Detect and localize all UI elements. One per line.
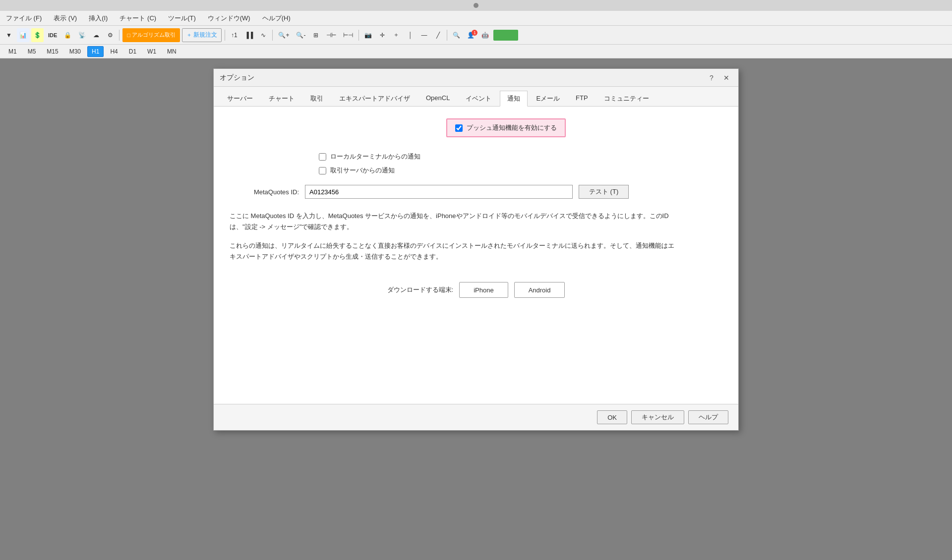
- tf-d1[interactable]: D1: [124, 46, 141, 57]
- push-enable-label[interactable]: プッシュ通知機能を有効にする: [467, 123, 557, 132]
- options-dialog: オプション ? ✕ サーバー チャート 取引 エキスパートアドバイザ OpenC…: [213, 68, 739, 431]
- tab-chart[interactable]: チャート: [261, 91, 302, 106]
- toolbar-zoom-in-btn[interactable]: 🔍+: [276, 28, 292, 42]
- tab-opencl[interactable]: OpenCL: [418, 91, 457, 106]
- dialog-tabs: サーバー チャート 取引 エキスパートアドバイザ OpenCL イベント 通知 …: [214, 87, 738, 107]
- toolbar-dollar-btn[interactable]: 💲: [31, 28, 44, 42]
- toolbar-up-arrow-btn[interactable]: ↑1: [228, 28, 240, 42]
- tf-h4[interactable]: H4: [106, 46, 122, 57]
- id-input[interactable]: [305, 185, 573, 199]
- toolbar-robot-btn[interactable]: 🤖: [479, 28, 491, 42]
- tf-m5[interactable]: M5: [23, 46, 41, 57]
- tab-community[interactable]: コミュニティー: [596, 91, 656, 106]
- tf-h1[interactable]: H1: [87, 46, 104, 57]
- toolbar-plus-btn[interactable]: ＋: [390, 28, 402, 42]
- download-label: ダウンロードする端末:: [387, 285, 454, 294]
- timeframe-bar: M1 M5 M15 M30 H1 H4 D1 W1 MN: [0, 45, 952, 58]
- test-button[interactable]: テスト (T): [579, 185, 629, 199]
- menu-chart[interactable]: チャート (C): [118, 13, 158, 24]
- title-dot: [474, 3, 478, 8]
- toolbar-dropdown-1[interactable]: ▼: [3, 28, 15, 42]
- iphone-btn[interactable]: iPhone: [459, 282, 508, 298]
- toolbar-period-sep-btn[interactable]: ⊣⊢: [324, 28, 339, 42]
- toolbar-settings-btn[interactable]: ⚙: [104, 28, 116, 42]
- tf-m15[interactable]: M15: [42, 46, 62, 57]
- download-row: ダウンロードする端末: iPhone Android: [230, 282, 722, 298]
- server-notify-label[interactable]: 取引サーバからの通知: [330, 166, 395, 175]
- toolbar-neworder-label: 新規注文: [193, 31, 217, 39]
- metaquotes-id-row: MetaQuotes ID: テスト (T): [230, 185, 722, 199]
- toolbar-bar-btn[interactable]: ▐▐: [242, 28, 255, 42]
- tf-mn[interactable]: MN: [163, 46, 181, 57]
- toolbar-period-sep2-btn[interactable]: ⊢⊣: [341, 28, 356, 42]
- tab-expert[interactable]: エキスパートアドバイザ: [332, 91, 417, 106]
- toolbar-zoom-out-btn[interactable]: 🔍-: [294, 28, 308, 42]
- toolbar-sep-4: [358, 30, 359, 41]
- ok-button[interactable]: OK: [597, 410, 627, 424]
- local-notify-item: ローカルターミナルからの通知: [319, 152, 722, 161]
- tab-ftp[interactable]: FTP: [568, 91, 595, 106]
- dialog-controls: ? ✕: [706, 72, 732, 84]
- toolbar: ▼ 📊 💲 IDE 🔒 📡 ☁ ⚙ □ アルゴリズム取引 ＋ 新規注文 ↑1 ▐…: [0, 26, 952, 45]
- desc-text-2: これらの通知は、リアルタイムに紛失することなく直接お客様のデバイスにインストール…: [230, 240, 676, 262]
- toolbar-search-btn[interactable]: 🔍: [450, 28, 463, 42]
- toolbar-ide-btn[interactable]: IDE: [46, 28, 60, 42]
- dialog-overlay: オプション ? ✕ サーバー チャート 取引 エキスパートアドバイザ OpenC…: [0, 58, 952, 560]
- main-area: オプション ? ✕ サーバー チャート 取引 エキスパートアドバイザ OpenC…: [0, 58, 952, 560]
- menu-tools[interactable]: ツール(T): [166, 13, 198, 24]
- local-notify-label[interactable]: ローカルターミナルからの通知: [330, 152, 420, 161]
- toolbar-lock-btn[interactable]: 🔒: [61, 28, 74, 42]
- dialog-title: オプション: [220, 73, 254, 82]
- dialog-close-btn[interactable]: ✕: [720, 72, 732, 84]
- tab-event[interactable]: イベント: [458, 91, 499, 106]
- toolbar-alert-btn[interactable]: 👤1: [465, 28, 477, 42]
- desc-text-1: ここに MetaQuotes ID を入力し、MetaQuotes サービスから…: [230, 211, 676, 232]
- tf-w1[interactable]: W1: [143, 46, 161, 57]
- dialog-content: プッシュ通知機能を有効にする ローカルターミナルからの通知 取引サーバからの通知: [214, 107, 738, 404]
- dialog-titlebar: オプション ? ✕: [214, 69, 738, 87]
- toolbar-algo-label: アルゴリズム取引: [132, 31, 176, 39]
- menu-file[interactable]: ファイル (F): [4, 13, 44, 24]
- sub-checkboxes: ローカルターミナルからの通知 取引サーバからの通知: [319, 152, 722, 175]
- toolbar-trend-btn[interactable]: ╱: [432, 28, 444, 42]
- tf-m30[interactable]: M30: [65, 46, 85, 57]
- push-enable-checkbox[interactable]: [455, 124, 463, 132]
- toolbar-neworder-btn[interactable]: ＋ 新規注文: [182, 28, 222, 42]
- menu-window[interactable]: ウィンドウ(W): [206, 13, 252, 24]
- server-notify-checkbox[interactable]: [319, 167, 326, 174]
- server-notify-item: 取引サーバからの通知: [319, 166, 722, 175]
- toolbar-crosshair-btn[interactable]: ✛: [376, 28, 388, 42]
- tf-m1[interactable]: M1: [4, 46, 21, 57]
- id-label: MetaQuotes ID:: [230, 188, 299, 196]
- tab-trade[interactable]: 取引: [303, 91, 331, 106]
- tab-notify[interactable]: 通知: [500, 91, 528, 107]
- toolbar-chart-btn[interactable]: 📊: [17, 28, 29, 42]
- toolbar-horiz-line-btn[interactable]: —: [418, 28, 430, 42]
- tab-server[interactable]: サーバー: [220, 91, 260, 106]
- toolbar-cloud-btn[interactable]: ☁: [90, 28, 102, 42]
- toolbar-grid-btn[interactable]: ⊞: [310, 28, 322, 42]
- menu-help[interactable]: ヘルプ(H): [260, 13, 293, 24]
- menu-insert[interactable]: 挿入(I): [87, 13, 110, 24]
- toolbar-sep-5: [447, 30, 447, 41]
- toolbar-green-rect[interactable]: [493, 30, 518, 41]
- cancel-button[interactable]: キャンセル: [631, 410, 684, 424]
- local-notify-checkbox[interactable]: [319, 153, 326, 161]
- toolbar-sep-3: [272, 30, 273, 41]
- toolbar-sep-1: [119, 30, 119, 41]
- title-bar: [0, 0, 952, 11]
- toolbar-screenshot-btn[interactable]: 📷: [362, 28, 374, 42]
- toolbar-wifi-btn[interactable]: 📡: [76, 28, 88, 42]
- dialog-help-btn[interactable]: ?: [706, 72, 717, 84]
- dialog-footer: OK キャンセル ヘルプ: [214, 404, 738, 430]
- tab-email[interactable]: Eメール: [529, 91, 567, 106]
- toolbar-wave-btn[interactable]: ∿: [257, 28, 269, 42]
- help-button[interactable]: ヘルプ: [688, 410, 728, 424]
- android-btn[interactable]: Android: [514, 282, 565, 298]
- push-enable-box: プッシュ通知機能を有効にする: [446, 118, 566, 137]
- toolbar-sep-2: [225, 30, 225, 41]
- toolbar-algo-btn[interactable]: □ アルゴリズム取引: [122, 28, 180, 42]
- toolbar-vert-line-btn[interactable]: │: [404, 28, 416, 42]
- menu-view[interactable]: 表示 (V): [52, 13, 79, 24]
- menu-bar: ファイル (F) 表示 (V) 挿入(I) チャート (C) ツール(T) ウィ…: [0, 11, 952, 26]
